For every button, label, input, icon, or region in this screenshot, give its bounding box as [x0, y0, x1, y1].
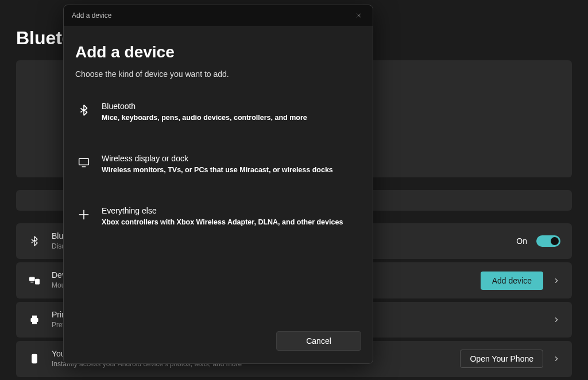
option-bluetooth-desc: Mice, keyboards, pens, audio devices, co… [102, 113, 307, 123]
option-bluetooth-title: Bluetooth [102, 102, 307, 111]
option-wireless-title: Wireless display or dock [102, 154, 333, 163]
printer-icon [28, 313, 41, 327]
bluetooth-toggle[interactable] [536, 235, 560, 247]
option-everything-title: Everything else [102, 206, 343, 215]
modal-body: Add a device Choose the kind of device y… [64, 26, 373, 331]
plus-icon [76, 207, 91, 222]
option-wireless-desc: Wireless monitors, TVs, or PCs that use … [102, 165, 333, 175]
modal-subtitle: Choose the kind of device you want to ad… [75, 69, 361, 79]
phone-icon [28, 352, 41, 366]
close-icon[interactable] [353, 10, 365, 21]
bluetooth-icon [28, 234, 41, 248]
svg-rect-1 [36, 279, 40, 284]
monitor-icon [76, 155, 91, 170]
devices-icon [28, 274, 41, 288]
chevron-right-icon [552, 277, 560, 285]
svg-rect-10 [79, 158, 89, 165]
chevron-right-icon [552, 316, 560, 324]
add-device-button[interactable]: Add device [481, 272, 543, 290]
chevron-right-icon [552, 355, 560, 363]
add-device-modal: Add a device Add a device Choose the kin… [63, 5, 373, 364]
bluetooth-toggle-label: On [516, 236, 527, 246]
modal-window-title: Add a device [72, 11, 353, 20]
option-bluetooth[interactable]: Bluetooth Mice, keyboards, pens, audio d… [75, 96, 361, 129]
option-everything-desc: Xbox controllers with Xbox Wireless Adap… [102, 218, 343, 227]
modal-title: Add a device [75, 43, 361, 61]
modal-titlebar: Add a device [64, 5, 373, 26]
option-everything-else[interactable]: Everything else Xbox controllers with Xb… [75, 200, 361, 233]
option-wireless-display[interactable]: Wireless display or dock Wireless monito… [75, 148, 361, 181]
cancel-button[interactable]: Cancel [276, 331, 361, 351]
svg-rect-4 [33, 316, 37, 318]
svg-rect-0 [30, 277, 34, 281]
svg-rect-5 [33, 321, 37, 324]
open-your-phone-button[interactable]: Open Your Phone [460, 350, 543, 368]
modal-footer: Cancel [64, 331, 373, 363]
bluetooth-icon [76, 103, 91, 118]
